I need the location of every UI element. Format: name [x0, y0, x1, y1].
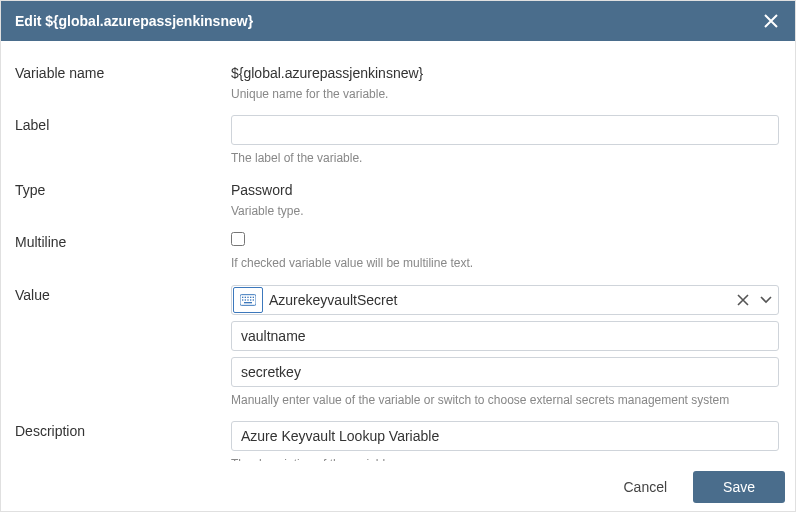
label-field-label: Label	[11, 115, 231, 133]
svg-rect-7	[245, 299, 246, 300]
svg-rect-10	[253, 299, 254, 300]
svg-rect-3	[247, 296, 248, 297]
variable-name-help: Unique name for the variable.	[231, 87, 779, 101]
svg-rect-5	[253, 296, 254, 297]
type-value: Password	[231, 180, 779, 198]
row-multiline: Multiline If checked variable value will…	[11, 232, 785, 284]
value-help: Manually enter value of the variable or …	[231, 393, 779, 407]
svg-rect-2	[245, 296, 246, 297]
svg-rect-4	[250, 296, 251, 297]
dialog-title: Edit ${global.azurepassjenkinsnew}	[15, 13, 761, 29]
cancel-button[interactable]: Cancel	[613, 471, 677, 503]
variable-name-field: ${global.azurepassjenkinsnew} Unique nam…	[231, 63, 785, 101]
value-mode-toggle[interactable]	[233, 287, 263, 313]
row-value: Value	[11, 285, 785, 421]
close-icon	[764, 14, 778, 28]
row-type: Type Password Variable type.	[11, 180, 785, 232]
svg-rect-8	[247, 299, 248, 300]
description-input[interactable]	[231, 421, 779, 451]
variable-name-label: Variable name	[11, 63, 231, 81]
multiline-checkbox[interactable]	[231, 232, 245, 246]
label-field-field: The label of the variable.	[231, 115, 785, 165]
label-input[interactable]	[231, 115, 779, 145]
multiline-label: Multiline	[11, 232, 231, 250]
chevron-down-icon	[760, 296, 772, 304]
type-help: Variable type.	[231, 204, 779, 218]
dialog-titlebar: Edit ${global.azurepassjenkinsnew}	[1, 1, 795, 41]
svg-rect-11	[244, 302, 252, 303]
multiline-help: If checked variable value will be multil…	[231, 256, 779, 270]
clear-icon	[737, 294, 749, 306]
keyboard-icon	[240, 294, 256, 306]
svg-rect-6	[242, 299, 243, 300]
save-button[interactable]: Save	[693, 471, 785, 503]
svg-rect-9	[250, 299, 251, 300]
value-provider-dropdown[interactable]	[754, 296, 778, 304]
variable-name-value: ${global.azurepassjenkinsnew}	[231, 63, 779, 81]
close-button[interactable]	[761, 11, 781, 31]
description-label: Description	[11, 421, 231, 439]
type-field: Password Variable type.	[231, 180, 785, 218]
description-field: The description of the variable.	[231, 421, 785, 461]
row-label: Label The label of the variable.	[11, 115, 785, 179]
value-provider-select[interactable]: AzurekeyvaultSecret	[231, 285, 779, 315]
dialog-footer: Cancel Save	[1, 461, 795, 511]
svg-rect-1	[242, 296, 243, 297]
value-label: Value	[11, 285, 231, 303]
value-provider-clear[interactable]	[732, 294, 754, 306]
dialog-body: Variable name ${global.azurepassjenkinsn…	[1, 41, 795, 461]
value-provider-text: AzurekeyvaultSecret	[269, 292, 732, 308]
edit-variable-dialog: Edit ${global.azurepassjenkinsnew} Varia…	[0, 0, 796, 512]
value-field: AzurekeyvaultSecret Manually enter valu	[231, 285, 785, 407]
type-label: Type	[11, 180, 231, 198]
vaultname-input[interactable]	[231, 321, 779, 351]
multiline-field: If checked variable value will be multil…	[231, 232, 785, 270]
row-description: Description The description of the varia…	[11, 421, 785, 461]
row-variable-name: Variable name ${global.azurepassjenkinsn…	[11, 63, 785, 115]
secretkey-input[interactable]	[231, 357, 779, 387]
label-help: The label of the variable.	[231, 151, 779, 165]
